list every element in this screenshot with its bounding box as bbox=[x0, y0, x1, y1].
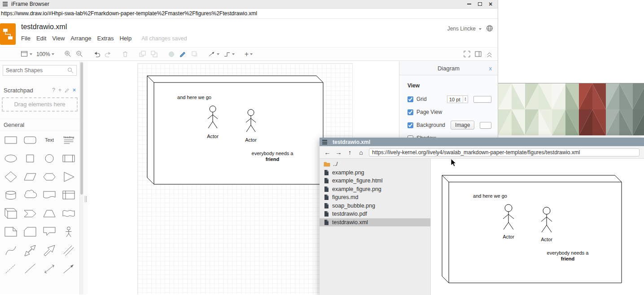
search-icon[interactable] bbox=[67, 67, 74, 74]
fill-color-button[interactable] bbox=[168, 51, 175, 58]
language-globe-icon[interactable] bbox=[486, 25, 493, 32]
shape-tape[interactable] bbox=[59, 204, 78, 222]
menu-help[interactable]: Help bbox=[119, 35, 131, 42]
hamburger-menu-icon[interactable] bbox=[3, 2, 8, 6]
insert-button[interactable]: + bbox=[245, 51, 253, 57]
list-item-parent-dir[interactable]: ../ bbox=[320, 160, 430, 169]
grid-color-button[interactable] bbox=[473, 96, 491, 103]
caption-line2[interactable]: friend bbox=[266, 156, 280, 162]
stepper-down-icon[interactable]: ▾ bbox=[464, 99, 466, 101]
shape-trapezoid[interactable] bbox=[39, 204, 59, 222]
page-view-checkbox[interactable] bbox=[407, 109, 413, 115]
line-color-button[interactable] bbox=[179, 50, 187, 58]
list-item[interactable]: example_figure.html bbox=[320, 177, 430, 185]
shape-bidirectional-connector[interactable] bbox=[39, 259, 59, 278]
scratchpad-close-icon[interactable]: × bbox=[73, 87, 76, 93]
list-item[interactable]: testdrawio.pdf bbox=[320, 210, 430, 218]
shape-textbox[interactable]: Heading bbox=[59, 130, 78, 149]
grid-size-input[interactable]: 10 pt ▴▾ bbox=[447, 95, 468, 103]
undo-button[interactable] bbox=[93, 51, 101, 58]
user-menu[interactable]: Jens Lincke bbox=[447, 26, 482, 32]
shape-hexagon[interactable] bbox=[39, 167, 59, 186]
format-panel-close-icon[interactable]: x bbox=[489, 61, 492, 75]
caption-line1[interactable]: everybody needs a bbox=[252, 151, 294, 156]
search-shapes-input[interactable] bbox=[3, 65, 77, 76]
cube-shape[interactable] bbox=[147, 76, 323, 184]
shape-triangle[interactable] bbox=[59, 167, 78, 186]
sidebar-splitter[interactable] bbox=[83, 61, 88, 295]
scratchpad-dropzone[interactable]: Drag elements here bbox=[2, 97, 78, 112]
shape-circle[interactable] bbox=[39, 149, 59, 167]
zoom-in-button[interactable] bbox=[64, 50, 72, 58]
format-tab-diagram[interactable]: Diagram x bbox=[399, 61, 498, 75]
shape-directional-connector[interactable] bbox=[59, 259, 78, 278]
sidebar-scrollbar[interactable] bbox=[80, 61, 83, 295]
shadow-button[interactable] bbox=[191, 50, 198, 58]
shape-card[interactable] bbox=[20, 222, 39, 241]
shape-document[interactable] bbox=[39, 186, 59, 204]
up-button[interactable]: ↑ bbox=[346, 149, 353, 156]
menu-view[interactable]: View bbox=[52, 35, 65, 42]
shape-cloud[interactable] bbox=[20, 186, 39, 204]
shape-text[interactable]: Text bbox=[39, 130, 59, 149]
shape-ellipse[interactable] bbox=[1, 149, 20, 167]
shape-square[interactable] bbox=[20, 149, 39, 167]
browser-url-bar[interactable]: https://www.draw.io/#Hhpi-swa-lab%2Fmark… bbox=[0, 9, 498, 19]
connection-style-button[interactable] bbox=[208, 51, 219, 57]
shape-actor[interactable] bbox=[59, 222, 78, 241]
shape-bidirectional-arrow[interactable] bbox=[20, 241, 39, 259]
shape-link[interactable] bbox=[59, 241, 78, 259]
shape-cube[interactable] bbox=[1, 204, 20, 222]
to-front-button[interactable] bbox=[139, 50, 146, 58]
page-view-button[interactable] bbox=[21, 50, 32, 58]
list-item[interactable]: soap_bubble.png bbox=[320, 202, 430, 210]
shape-callout[interactable] bbox=[39, 222, 59, 241]
to-back-button[interactable] bbox=[150, 50, 158, 58]
format-panel-toggle-button[interactable] bbox=[474, 50, 482, 58]
scrollbar-thumb[interactable] bbox=[80, 62, 83, 195]
window-titlebar[interactable]: iFrame Browser × bbox=[0, 0, 498, 9]
background-image-button[interactable]: Image bbox=[451, 121, 474, 130]
box-label[interactable]: and here we go bbox=[177, 95, 211, 100]
shape-arrow[interactable] bbox=[39, 241, 59, 259]
splitter-handle[interactable] bbox=[85, 196, 87, 202]
zoom-level-dropdown[interactable]: 100% bbox=[36, 51, 54, 57]
minimize-button[interactable] bbox=[464, 0, 474, 8]
grid-size-stepper[interactable]: ▴▾ bbox=[463, 96, 468, 103]
scratchpad-help-icon[interactable]: ? bbox=[52, 87, 55, 93]
maximize-button[interactable] bbox=[474, 0, 485, 8]
forward-button[interactable]: → bbox=[335, 149, 342, 156]
menu-file[interactable]: File bbox=[21, 35, 31, 42]
shape-rectangle[interactable] bbox=[1, 130, 20, 149]
file-window-titlebar[interactable]: testdrawio.xml bbox=[320, 138, 644, 146]
redo-button[interactable] bbox=[105, 51, 112, 58]
shape-process[interactable] bbox=[59, 149, 78, 167]
grid-checkbox[interactable] bbox=[407, 96, 413, 102]
list-item[interactable]: figures.md bbox=[320, 193, 430, 202]
list-item-selected[interactable]: testdrawio.xml bbox=[320, 218, 430, 227]
shape-line[interactable] bbox=[20, 259, 39, 278]
back-button[interactable]: ← bbox=[324, 149, 331, 156]
general-section-header[interactable]: General bbox=[0, 119, 79, 130]
background-checkbox[interactable] bbox=[407, 122, 413, 128]
menu-arrange[interactable]: Arrange bbox=[70, 35, 91, 42]
shape-note[interactable] bbox=[1, 222, 20, 241]
shape-dashed-line[interactable] bbox=[1, 259, 20, 278]
shape-internal-storage[interactable] bbox=[59, 186, 78, 204]
collapse-toolbar-button[interactable] bbox=[486, 50, 493, 58]
background-color-button[interactable] bbox=[480, 122, 491, 129]
grid-size-value[interactable]: 10 pt bbox=[447, 96, 463, 103]
delete-button[interactable] bbox=[122, 50, 129, 58]
shape-step[interactable] bbox=[20, 204, 39, 222]
browser-url-text[interactable]: https://www.draw.io/#Hhpi-swa-lab%2Fmark… bbox=[1, 10, 257, 17]
zoom-out-button[interactable] bbox=[76, 50, 83, 58]
scratchpad-edit-icon[interactable] bbox=[65, 88, 70, 93]
scratchpad-add-icon[interactable]: + bbox=[58, 87, 61, 93]
menu-edit[interactable]: Edit bbox=[36, 35, 46, 42]
home-button[interactable]: ⌂ bbox=[358, 149, 364, 156]
waypoints-button[interactable] bbox=[223, 51, 235, 57]
shape-rounded-rectangle[interactable] bbox=[20, 130, 39, 149]
list-item[interactable]: example_figure.png bbox=[320, 185, 430, 194]
close-button[interactable]: × bbox=[485, 0, 496, 8]
shape-diamond[interactable] bbox=[1, 167, 20, 186]
